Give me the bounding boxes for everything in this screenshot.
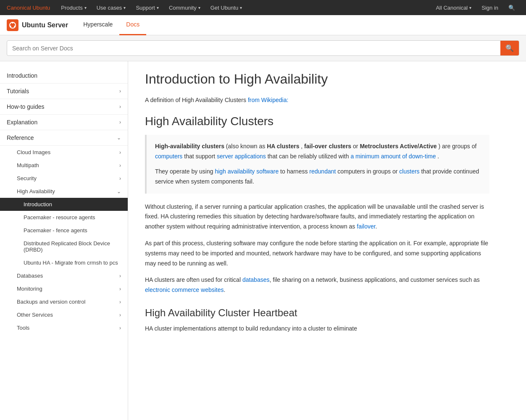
sidebar-item-multipath[interactable]: Multipath › xyxy=(0,159,128,172)
sidebar-item-tutorials[interactable]: Tutorials › xyxy=(0,84,128,99)
top-nav-right: All Canonical ▾ Sign in 🔍 xyxy=(431,0,519,15)
paragraph-use-cases: HA clusters are often used for critical … xyxy=(145,275,489,295)
search-input[interactable] xyxy=(7,42,500,55)
blockquote-paragraph-1: High-availability clusters (also known a… xyxy=(155,142,481,162)
page-layout: Introduction Tutorials › How-to guides ›… xyxy=(0,61,526,420)
page-title: Introduction to High Availability xyxy=(145,71,489,87)
paragraph-process: As part of this process, clustering soft… xyxy=(145,239,489,268)
other-services-chevron-icon: › xyxy=(119,312,121,318)
server-applications-link[interactable]: server applications xyxy=(217,153,266,160)
backups-chevron-icon: › xyxy=(119,299,121,305)
nav-get-ubuntu[interactable]: Get Ubuntu ▾ xyxy=(206,0,247,15)
ubuntu-server-label: Ubuntu Server xyxy=(22,21,68,29)
community-chevron-icon: ▾ xyxy=(198,5,200,10)
nav-sign-in[interactable]: Sign in xyxy=(477,0,502,15)
secondary-navigation: Ubuntu Server Hyperscale Docs xyxy=(0,15,526,35)
failover-clusters-bold: fail-over clusters xyxy=(304,143,351,150)
heartbeat-heading: High Availability Cluster Heartbeat xyxy=(145,307,489,319)
search-bar-inner: 🔍 xyxy=(7,40,519,56)
nav-docs[interactable]: Docs xyxy=(119,15,146,35)
sidebar-item-other-services[interactable]: Other Services › xyxy=(0,308,128,321)
sidebar-item-pacemaker-fence-agents[interactable]: Pacemaker - fence agents xyxy=(0,224,128,237)
ha-software-link[interactable]: high availability software xyxy=(215,168,279,175)
ecommerce-link[interactable]: electronic commerce websites xyxy=(145,286,224,293)
redundant-link[interactable]: redundant xyxy=(309,168,336,175)
how-to-chevron-icon: › xyxy=(119,104,121,110)
paragraph-clustering: Without clustering, if a server running … xyxy=(145,202,489,232)
databases-link[interactable]: databases xyxy=(242,276,270,283)
products-chevron-icon: ▾ xyxy=(84,5,87,10)
sidebar-item-pacemaker-resource-agents[interactable]: Pacemaker - resource agents xyxy=(0,211,128,224)
canonical-brand[interactable]: Canonical Ubuntu xyxy=(7,5,50,11)
support-chevron-icon: ▾ xyxy=(157,5,159,10)
monitoring-chevron-icon: › xyxy=(119,286,121,292)
nav-community[interactable]: Community ▾ xyxy=(165,0,205,15)
explanation-chevron-icon: › xyxy=(119,119,121,125)
sidebar-item-security[interactable]: Security › xyxy=(0,172,128,185)
metroclusters-bold: Metroclusters Active/Active xyxy=(360,143,437,150)
top-navigation: Canonical Ubuntu Products ▾ Use cases ▾ … xyxy=(0,0,526,15)
tools-chevron-icon: › xyxy=(119,325,121,331)
sidebar-item-cloud-images[interactable]: Cloud Images › xyxy=(0,146,128,159)
sidebar-item-databases[interactable]: Databases › xyxy=(0,269,128,282)
high-availability-chevron-icon: ⌄ xyxy=(117,189,121,194)
search-button[interactable]: 🔍 xyxy=(500,41,519,55)
blockquote-paragraph-2: They operate by using high availability … xyxy=(155,167,481,187)
ha-clusters-heading: High Availability Clusters xyxy=(145,115,489,128)
tutorials-chevron-icon: › xyxy=(119,88,121,94)
nav-products[interactable]: Products ▾ xyxy=(57,0,90,15)
nav-all-canonical[interactable]: All Canonical ▾ xyxy=(431,0,476,15)
sidebar: Introduction Tutorials › How-to guides ›… xyxy=(0,61,128,420)
search-bar-container: 🔍 xyxy=(0,35,526,61)
sidebar-item-drbd[interactable]: Distributed Replicated Block Device (DRB… xyxy=(0,237,128,256)
main-content: Introduction to High Availability A defi… xyxy=(128,61,506,420)
nav-support[interactable]: Support ▾ xyxy=(132,0,163,15)
sidebar-item-backups[interactable]: Backups and version control › xyxy=(0,295,128,308)
use-cases-chevron-icon: ▾ xyxy=(124,5,126,10)
wikipedia-link[interactable]: from Wikipedia: xyxy=(248,97,288,103)
multipath-chevron-icon: › xyxy=(119,163,121,168)
get-ubuntu-chevron-icon: ▾ xyxy=(240,5,242,10)
sidebar-item-how-to-guides[interactable]: How-to guides › xyxy=(0,99,128,115)
sidebar-item-tools[interactable]: Tools › xyxy=(0,321,128,334)
nav-hyperscale[interactable]: Hyperscale xyxy=(76,15,119,35)
nav-search-icon[interactable]: 🔍 xyxy=(504,0,519,15)
svg-point-1 xyxy=(12,22,13,24)
nav-use-cases[interactable]: Use cases ▾ xyxy=(92,0,130,15)
ha-clusters-bold: High-availability clusters xyxy=(155,143,224,150)
sidebar-item-reference[interactable]: Reference ⌄ xyxy=(0,130,128,146)
ubuntu-logo-icon xyxy=(7,19,18,31)
heartbeat-intro: HA cluster implementations attempt to bu… xyxy=(145,324,489,334)
ubuntu-server-brand[interactable]: Ubuntu Server xyxy=(7,19,68,31)
reference-chevron-icon: ⌄ xyxy=(117,135,121,141)
sidebar-item-monitoring[interactable]: Monitoring › xyxy=(0,282,128,295)
all-canonical-chevron-icon: ▾ xyxy=(469,5,471,10)
minimum-downtime-link[interactable]: a minimum amount of down-time xyxy=(350,153,436,160)
sidebar-item-ha-introduction[interactable]: Introduction xyxy=(0,198,128,211)
svg-point-3 xyxy=(10,26,11,27)
failover-link[interactable]: failover xyxy=(357,223,375,230)
sidebar-item-ubuntu-ha-migrate[interactable]: Ubuntu HA - Migrate from crmsh to pcs xyxy=(0,256,128,269)
databases-chevron-icon: › xyxy=(119,273,121,279)
sidebar-item-high-availability[interactable]: High Availability ⌄ xyxy=(0,185,128,198)
intro-paragraph: A definition of High Availability Cluste… xyxy=(145,95,489,105)
security-chevron-icon: › xyxy=(119,176,121,181)
svg-point-2 xyxy=(14,26,16,27)
computers-link[interactable]: computers xyxy=(155,153,182,160)
sidebar-item-explanation[interactable]: Explanation › xyxy=(0,115,128,130)
blockquote-section: High-availability clusters (also known a… xyxy=(145,135,489,193)
clusters-link[interactable]: clusters xyxy=(399,168,419,175)
cloud-images-chevron-icon: › xyxy=(119,150,121,155)
sidebar-item-introduction[interactable]: Introduction xyxy=(0,68,128,84)
ha-clusters-abbrev-bold: HA clusters xyxy=(267,143,299,150)
